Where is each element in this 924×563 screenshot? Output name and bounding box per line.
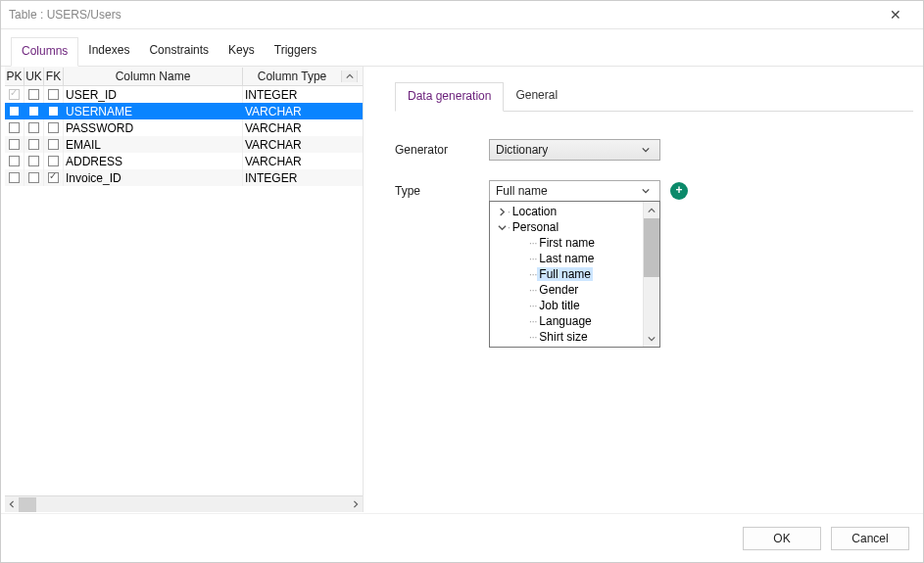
uk-checkbox[interactable]: [28, 172, 39, 183]
scroll-up-icon[interactable]: [341, 70, 358, 82]
tree-leaf[interactable]: ···First name: [490, 235, 659, 251]
tab-indexes[interactable]: Indexes: [78, 37, 139, 66]
column-type-cell: VARCHAR: [243, 103, 358, 119]
scrollbar-thumb[interactable]: [644, 218, 659, 277]
fk-checkbox[interactable]: [48, 139, 59, 150]
generator-value: Dictionary: [496, 143, 638, 157]
tree-item-label: Location: [511, 205, 559, 218]
column-name-cell: USERNAME: [64, 103, 243, 119]
fk-checkbox[interactable]: [48, 156, 59, 166]
tree-leaf[interactable]: ···Full name: [490, 266, 659, 282]
column-name-cell: Invoice_ID: [64, 169, 243, 186]
chevron-down-icon: [638, 184, 654, 198]
horizontal-scrollbar[interactable]: [5, 495, 363, 512]
generator-label: Generator: [395, 139, 489, 157]
pk-checkbox[interactable]: [9, 122, 20, 133]
tree-branch[interactable]: ·Location: [490, 204, 659, 219]
header-uk[interactable]: UK: [24, 68, 44, 85]
type-row: Type Full name ·Location·Personal···Firs…: [395, 180, 913, 348]
scrollbar-thumb[interactable]: [19, 497, 36, 512]
tab-triggers[interactable]: Triggers: [265, 37, 327, 66]
header-pk[interactable]: PK: [5, 68, 24, 85]
column-type-cell: INTEGER: [243, 169, 358, 186]
scrollbar-track[interactable]: [19, 497, 349, 512]
close-icon[interactable]: ✕: [876, 7, 915, 23]
right-panel: Data generation General Generator Dictio…: [364, 67, 923, 512]
tab-data-generation[interactable]: Data generation: [395, 82, 504, 112]
ok-button[interactable]: OK: [743, 527, 821, 550]
chevron-down-icon: [638, 143, 654, 157]
pk-checkbox[interactable]: [9, 89, 20, 100]
uk-checkbox[interactable]: [28, 122, 39, 133]
header-column-name[interactable]: Column Name: [64, 68, 243, 85]
tab-constraints[interactable]: Constraints: [139, 37, 219, 66]
tree-leaf[interactable]: ···Language: [490, 313, 659, 329]
scrollbar-track[interactable]: [644, 218, 659, 330]
table-row[interactable]: USERNAMEVARCHAR: [5, 103, 363, 119]
grid-header: PK UK FK Column Name Column Type: [5, 67, 363, 86]
uk-checkbox[interactable]: [28, 89, 39, 100]
table-row[interactable]: PASSWORDVARCHAR: [5, 119, 363, 136]
chevron-down-icon: [496, 223, 508, 232]
tree-item-label: Full name: [537, 267, 593, 281]
columns-grid: PK UK FK Column Name Column Type USER_ID…: [1, 67, 364, 512]
type-dropdown[interactable]: Full name: [489, 180, 660, 202]
tree-leaf[interactable]: ···Shirt size: [490, 329, 659, 345]
pk-checkbox[interactable]: [9, 156, 20, 166]
tree-item-label: Job title: [537, 299, 581, 312]
scroll-down-icon[interactable]: [644, 330, 659, 347]
tree-leaf[interactable]: ···Last name: [490, 251, 659, 266]
fk-checkbox[interactable]: [48, 89, 59, 100]
type-value: Full name: [496, 184, 638, 198]
fk-checkbox[interactable]: [48, 172, 59, 183]
content: PK UK FK Column Name Column Type USER_ID…: [1, 67, 923, 512]
generator-dropdown[interactable]: Dictionary: [489, 139, 660, 161]
tab-general[interactable]: General: [504, 82, 569, 111]
scroll-left-icon[interactable]: [5, 497, 19, 512]
column-name-cell: EMAIL: [64, 136, 243, 153]
tab-columns[interactable]: Columns: [11, 37, 78, 67]
fk-checkbox[interactable]: [48, 122, 59, 133]
titlebar: Table : USERS/Users ✕: [1, 1, 923, 29]
right-tabs: Data generation General: [395, 82, 913, 112]
table-row[interactable]: EMAILVARCHAR: [5, 136, 363, 153]
tree-item-label: Last name: [537, 252, 596, 265]
uk-checkbox[interactable]: [28, 156, 39, 166]
top-tabs: Columns Indexes Constraints Keys Trigger…: [1, 29, 923, 67]
dialog-footer: OK Cancel: [1, 513, 923, 562]
scroll-right-icon[interactable]: [349, 497, 363, 512]
table-row[interactable]: ADDRESSVARCHAR: [5, 153, 363, 169]
pk-checkbox[interactable]: [9, 139, 20, 150]
fk-checkbox[interactable]: [48, 106, 59, 117]
uk-checkbox[interactable]: [28, 106, 39, 117]
table-row[interactable]: Invoice_IDINTEGER: [5, 169, 363, 186]
column-type-cell: VARCHAR: [243, 136, 358, 153]
column-name-cell: USER_ID: [64, 86, 243, 103]
cancel-button[interactable]: Cancel: [831, 527, 909, 550]
tree-item-label: Shirt size: [537, 330, 589, 344]
type-label: Type: [395, 180, 489, 198]
tree-leaf[interactable]: ···Job title: [490, 298, 659, 313]
column-type-cell: VARCHAR: [243, 153, 358, 169]
column-name-cell: PASSWORD: [64, 119, 243, 136]
plus-icon: +: [675, 183, 682, 197]
pk-checkbox[interactable]: [9, 172, 20, 183]
column-name-cell: ADDRESS: [64, 153, 243, 169]
tree-leaf[interactable]: ···Gender: [490, 282, 659, 298]
generator-row: Generator Dictionary: [395, 139, 913, 161]
pk-checkbox[interactable]: [9, 106, 20, 117]
header-fk[interactable]: FK: [44, 68, 64, 85]
tree-item-label: Personal: [511, 220, 560, 234]
uk-checkbox[interactable]: [28, 139, 39, 150]
tree-item-label: First name: [537, 236, 597, 250]
add-button[interactable]: +: [670, 182, 688, 200]
window-title: Table : USERS/Users: [9, 8, 876, 22]
table-row[interactable]: USER_IDINTEGER: [5, 86, 363, 103]
scroll-up-icon[interactable]: [644, 202, 659, 218]
tree-item-label: Language: [537, 314, 593, 328]
vertical-scrollbar[interactable]: [643, 202, 659, 347]
tab-keys[interactable]: Keys: [219, 37, 265, 66]
column-type-cell: VARCHAR: [243, 119, 358, 136]
header-column-type[interactable]: Column Type: [243, 68, 341, 85]
tree-branch[interactable]: ·Personal: [490, 219, 659, 235]
